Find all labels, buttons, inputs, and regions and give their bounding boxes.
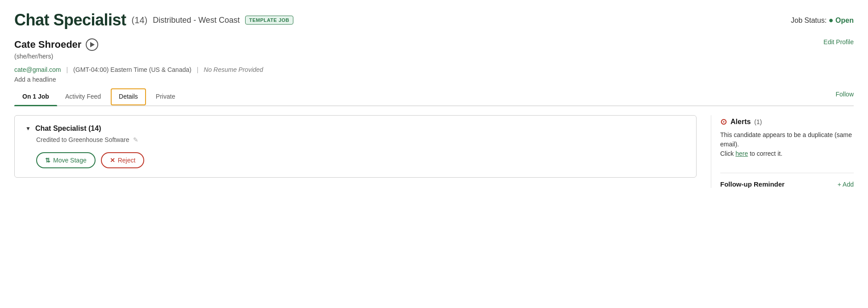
edit-credit-icon[interactable]: ✎ <box>133 136 138 143</box>
play-icon <box>90 42 95 47</box>
job-credit: Credited to Greenhouse Software <box>36 136 129 143</box>
alerts-count: (1) <box>754 118 762 125</box>
reject-button[interactable]: ✕ Reject <box>101 152 145 168</box>
job-location: Distributed - West Coast <box>153 16 240 25</box>
alert-text: This candidate appears to be a duplicate… <box>720 130 854 158</box>
tab-private[interactable]: Private <box>148 88 184 105</box>
alert-icon: ⊙ <box>720 117 727 127</box>
candidate-meta: cate@gmail.com | (GMT-04:00) Eastern Tim… <box>14 66 263 73</box>
tab-on-job[interactable]: On 1 Job <box>14 88 57 105</box>
alerts-section: ⊙ Alerts (1) This candidate appears to b… <box>720 115 854 166</box>
job-count: (14) <box>132 15 148 25</box>
move-stage-button[interactable]: ⇅ Move Stage <box>36 152 96 168</box>
alerts-title: Alerts <box>730 118 751 126</box>
follow-up-section: Follow-up Reminder + Add <box>720 180 854 188</box>
job-status: Job Status: ● Open <box>791 16 854 25</box>
main-content-right: ⊙ Alerts (1) This candidate appears to b… <box>711 115 854 188</box>
candidate-pronouns: (she/her/hers) <box>14 53 263 60</box>
move-stage-label: Move Stage <box>53 157 87 164</box>
candidate-name: Cate Shroeder <box>14 39 81 50</box>
add-headline[interactable]: Add a headline <box>14 76 263 83</box>
separator-1: | <box>66 66 68 73</box>
main-content-left: ▼ Chat Specialist (14) Credited to Green… <box>14 115 711 188</box>
template-badge: TEMPLATE JOB <box>245 16 293 25</box>
candidate-email[interactable]: cate@gmail.com <box>14 66 61 73</box>
edit-profile-link[interactable]: Edit Profile <box>823 38 854 46</box>
job-card-title: Chat Specialist (14) <box>35 125 101 133</box>
follow-link[interactable]: Follow <box>836 91 854 103</box>
tabs-left: On 1 Job Activity Feed Details Private <box>14 88 183 105</box>
follow-up-title: Follow-up Reminder <box>720 180 785 188</box>
alert-message-before: This candidate appears to be a duplicate… <box>720 131 852 148</box>
divider <box>720 173 854 173</box>
resume-status: No Resume Provided <box>204 66 263 73</box>
tab-details[interactable]: Details <box>111 88 146 105</box>
reject-label: Reject <box>118 157 136 164</box>
alert-message-after-text: to correct it. <box>750 150 782 157</box>
separator-2: | <box>197 66 199 73</box>
reject-icon: ✕ <box>110 157 115 164</box>
play-button[interactable] <box>86 38 98 51</box>
status-dot: ● <box>829 16 834 25</box>
status-open: Open <box>835 17 854 24</box>
alert-here-link[interactable]: here <box>735 150 748 157</box>
add-follow-up-link[interactable]: + Add <box>838 181 854 188</box>
job-card: ▼ Chat Specialist (14) Credited to Green… <box>14 115 697 178</box>
candidate-timezone: (GMT-04:00) Eastern Time (US & Canada) <box>73 66 192 73</box>
move-stage-icon: ⇅ <box>45 157 50 164</box>
job-status-label: Job Status: <box>791 17 826 24</box>
collapse-arrow-icon[interactable]: ▼ <box>25 125 31 132</box>
alert-prefix: Click <box>720 150 734 157</box>
tabs-bar: On 1 Job Activity Feed Details Private F… <box>14 88 854 106</box>
job-title: Chat Specialist <box>14 11 126 29</box>
tab-activity-feed[interactable]: Activity Feed <box>57 88 109 105</box>
